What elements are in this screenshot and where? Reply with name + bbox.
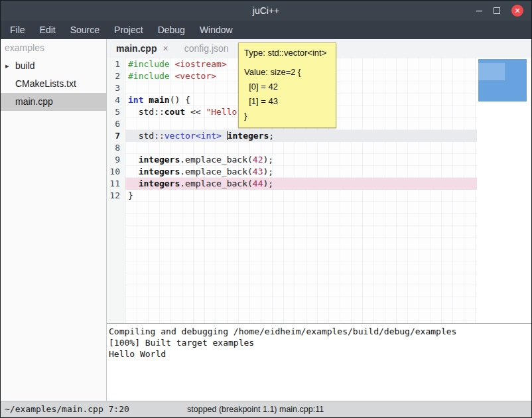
scrollbar-track[interactable] [477,58,531,323]
minimize-button[interactable]: – [476,5,482,16]
line-number[interactable]: 7 [107,130,125,142]
code-token: .emplace_back( [180,155,253,165]
code-token: vector<int> [165,131,222,141]
code-token: #include [128,71,170,81]
sidebar-item-build[interactable]: ▸build [1,57,106,75]
menu-item-window[interactable]: Window [192,21,240,39]
code-token: 43 [253,167,263,176]
code-token: std:: [128,107,165,117]
code-token: ); [263,155,274,165]
code-token: } [128,190,133,200]
code-token: integers [139,167,180,176]
project-name-header: examples [1,39,106,57]
chevron-right-icon[interactable]: ▸ [5,57,9,75]
file-label: main.cpp [15,96,53,107]
code-row-10: 10 integers.emplace_back(43); [107,166,477,178]
status-file-position: ~/examples/main.cpp 7:20 [5,401,129,417]
status-bar: ~/examples/main.cpp 7:20 stopped (breakp… [1,401,531,417]
line-number[interactable]: 8 [107,142,125,154]
tooltip-line: [1] = 43 [244,94,330,109]
title-bar[interactable]: juCi++ – ✕ [1,1,531,21]
output-panel[interactable]: Compiling and debugging /home/eidheim/ex… [107,323,531,401]
code-token [128,178,139,188]
code-row-12: 12} [107,190,477,202]
close-button[interactable]: ✕ [511,5,523,17]
line-number[interactable]: 9 [107,154,125,166]
code-token: ); [263,178,274,188]
code-token: () { [170,95,190,105]
file-tree: ▸buildCMakeLists.txtmain.cpp [1,57,106,111]
line-number[interactable]: 5 [107,106,125,118]
code-token: .emplace_back( [180,167,253,176]
close-tab-icon[interactable]: × [163,43,168,54]
code-line-10[interactable]: integers.emplace_back(43); [125,166,478,178]
tooltip-value-lines: Value: size=2 { [0] = 42 [1] = 43} [244,65,330,123]
code-token: integers [139,155,180,165]
sidebar-item-main-cpp[interactable]: main.cpp [1,93,106,111]
code-token: int [128,95,143,105]
code-token [128,155,139,165]
line-number[interactable]: 10 [107,166,125,178]
code-line-12[interactable]: } [125,190,478,202]
code-token: 42 [253,155,263,165]
output-line: Hello World [109,348,529,360]
code-line-9[interactable]: integers.emplace_back(42); [125,154,478,166]
tab-main-cpp[interactable]: main.cpp× [108,39,176,58]
tab-config-json[interactable]: config.json [176,39,237,58]
menu-item-project[interactable]: Project [107,21,151,39]
line-number[interactable]: 6 [107,118,125,130]
line-number[interactable]: 3 [107,82,125,94]
code-token: ; [269,131,274,141]
code-token: cout [165,107,185,117]
tab-label: config.json [184,43,229,54]
code-row-7: 7 std::vector<int> integers; [107,130,477,142]
code-token: <vector> [174,71,216,81]
code-token [128,167,139,176]
output-line: Compiling and debugging /home/eidheim/ex… [109,326,529,337]
window-controls: – ✕ [476,1,523,21]
code-token [222,131,227,141]
status-debug-state: stopped (breakpoint 1.1) main.cpp:11 [187,401,324,417]
code-token: std:: [128,131,165,141]
menu-item-edit[interactable]: Edit [33,21,63,39]
code-row-11: 11 integers.emplace_back(44); [107,178,477,190]
code-token: main [149,95,169,105]
tab-label: main.cpp [116,43,157,54]
file-label: build [15,60,35,71]
menu-item-file[interactable]: File [3,21,33,39]
code-token: integers [228,131,269,141]
code-row-9: 9 integers.emplace_back(42); [107,154,477,166]
code-token: #include [128,59,170,69]
file-label: CMakeLists.txt [15,78,76,89]
tooltip-line: [0] = 42 [244,80,330,94]
menu-bar: FileEditSourceProjectDebugWindow [1,21,531,39]
line-number[interactable]: 11 [107,178,125,190]
code-token: 44 [253,178,263,188]
line-number[interactable]: 2 [107,70,125,82]
debug-value-tooltip: Type: std::vector<int> Value: size=2 { [… [238,42,336,128]
code-token: .emplace_back( [180,178,253,188]
code-line-7[interactable]: std::vector<int> integers; [125,130,478,142]
output-lines: Compiling and debugging /home/eidheim/ex… [109,326,529,360]
line-number[interactable]: 1 [107,58,125,70]
app-window: juCi++ – ✕ FileEditSourceProjectDebugWin… [0,0,532,418]
tooltip-type-line: Type: std::vector<int> [244,47,330,59]
output-line: [100%] Built target examples [109,337,529,348]
code-token: integers [139,178,180,188]
restore-button[interactable] [494,7,500,14]
line-number[interactable]: 12 [107,190,125,202]
code-line-8[interactable] [125,142,478,154]
menu-item-debug[interactable]: Debug [151,21,192,39]
code-token: <iostream> [174,59,226,69]
tooltip-line: } [244,109,330,123]
line-number[interactable]: 4 [107,94,125,106]
menu-item-source[interactable]: Source [63,21,107,39]
tooltip-line: Value: size=2 { [244,65,330,80]
code-line-11[interactable]: integers.emplace_back(44); [125,178,478,190]
window-title: juCi++ [1,1,531,21]
sidebar-item-cmakelists-txt[interactable]: CMakeLists.txt [1,75,106,93]
scrollbar-thumb[interactable] [478,59,527,102]
code-token: << [185,107,206,117]
sidebar: examples ▸buildCMakeLists.txtmain.cpp [1,39,107,401]
code-token: ); [263,167,274,176]
